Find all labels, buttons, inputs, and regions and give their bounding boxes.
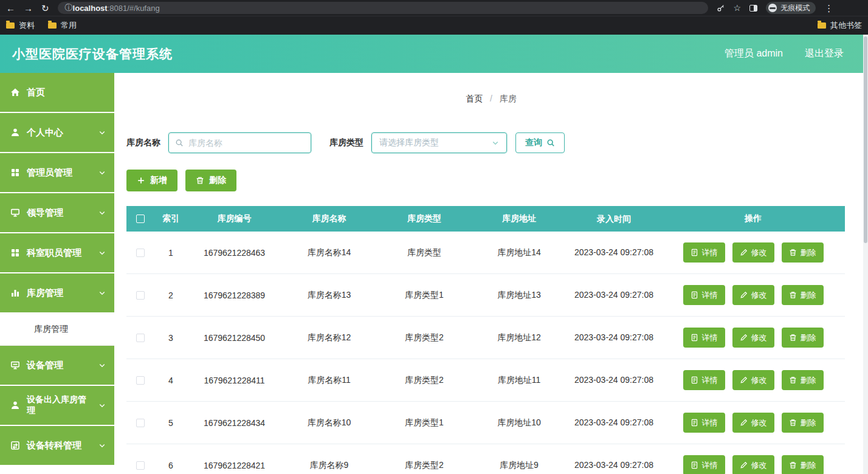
detail-button[interactable]: 详情 <box>683 242 725 263</box>
detail-button[interactable]: 详情 <box>683 455 725 474</box>
delete-row-button[interactable]: 删除 <box>782 285 824 305</box>
trash-icon <box>196 176 204 185</box>
sidebar-item-admin-mgmt[interactable]: 管理员管理 <box>0 153 114 193</box>
warehouse-name-label: 库房名称 <box>126 137 160 148</box>
monitor-icon <box>10 208 20 218</box>
grid-icon <box>10 248 20 258</box>
plus-icon <box>137 176 145 185</box>
breadcrumb-home[interactable]: 首页 <box>466 94 483 103</box>
cell-code: 1679621228450 <box>187 317 281 359</box>
page-scrollbar <box>863 35 868 474</box>
table-row: 1 1679621228463 库房名称14 库房类型 库房地址14 2023-… <box>126 232 845 274</box>
sidebar-subitem-warehouse-mgmt[interactable]: 库房管理 <box>0 314 114 346</box>
edit-button[interactable]: 修改 <box>732 285 774 305</box>
row-checkbox[interactable] <box>136 461 145 470</box>
pen-icon <box>740 249 748 256</box>
split-screen-icon[interactable] <box>749 5 757 12</box>
delete-row-button[interactable]: 删除 <box>782 370 824 390</box>
table-row: 4 1679621228411 库房名称11 库房类型2 库房地址11 2023… <box>126 359 845 402</box>
cell-type: 库房类型1 <box>377 274 472 316</box>
document-icon <box>691 461 698 469</box>
detail-button[interactable]: 详情 <box>683 370 725 390</box>
row-checkbox[interactable] <box>136 419 145 427</box>
trash-icon <box>789 419 797 427</box>
header-time: 录入时间 <box>567 206 661 232</box>
table-body: 1 1679621228463 库房名称14 库房类型 库房地址14 2023-… <box>126 232 845 474</box>
detail-button[interactable]: 详情 <box>683 285 725 305</box>
pen-icon <box>740 334 748 342</box>
row-checkbox[interactable] <box>136 249 145 257</box>
delete-row-button[interactable]: 删除 <box>782 242 824 263</box>
detail-button[interactable]: 详情 <box>683 413 725 433</box>
cell-name: 库房名称13 <box>281 274 377 316</box>
edit-button[interactable]: 修改 <box>732 242 774 263</box>
sidebar-item-warehouse-mgmt[interactable]: 库房管理 <box>0 273 114 314</box>
url-bar[interactable]: ⓘ localhost:8081/#/kufang <box>58 2 708 14</box>
document-icon <box>691 334 698 342</box>
select-all-checkbox[interactable] <box>136 215 145 223</box>
warehouse-type-select[interactable]: 请选择库房类型 <box>371 132 507 153</box>
delete-button[interactable]: 删除 <box>185 170 236 191</box>
cell-type: 库房类型 <box>377 232 472 273</box>
sidebar-item-device-inout-mgmt[interactable]: 设备出入库房管理 <box>0 386 114 426</box>
sidebar-item-home[interactable]: 首页 <box>0 73 114 113</box>
scrollbar-thumb[interactable] <box>864 36 867 243</box>
key-icon[interactable] <box>717 4 725 12</box>
sidebar-item-device-transfer-mgmt[interactable]: 设备转科管理 <box>0 426 114 466</box>
back-icon[interactable]: ← <box>6 4 15 13</box>
query-button[interactable]: 查询 <box>515 132 565 153</box>
edit-button[interactable]: 修改 <box>732 413 774 433</box>
incognito-icon <box>768 4 777 12</box>
incognito-badge: 无痕模式 <box>766 2 816 14</box>
detail-button[interactable]: 详情 <box>683 328 725 348</box>
cell-code: 1679621228463 <box>187 232 281 273</box>
delete-row-button[interactable]: 删除 <box>782 455 824 474</box>
select-placeholder: 请选择库房类型 <box>379 137 439 148</box>
warehouse-table: 索引 库房编号 库房名称 库房类型 库房地址 录入时间 操作 1 1679621… <box>126 206 845 474</box>
cell-time: 2023-03-24 09:27:08 <box>567 402 661 444</box>
warehouse-name-input[interactable] <box>188 138 305 148</box>
sidebar-item-profile[interactable]: 个人中心 <box>0 113 114 153</box>
bookmark-star-icon[interactable]: ☆ <box>734 3 742 13</box>
logout-link[interactable]: 退出登录 <box>805 47 844 60</box>
cell-name: 库房名称10 <box>281 402 377 444</box>
header-operations: 操作 <box>661 206 845 232</box>
other-bookmarks[interactable]: 其他书签 <box>818 20 862 31</box>
chevron-down-icon <box>98 442 106 449</box>
breadcrumb-separator: / <box>490 94 492 103</box>
chevron-down-icon <box>98 289 106 297</box>
add-button[interactable]: 新增 <box>126 170 177 191</box>
forward-icon[interactable]: → <box>24 4 33 13</box>
sidebar: 首页 个人中心 管理员管理 领导管理 <box>0 73 114 474</box>
device-icon <box>10 360 20 370</box>
search-icon <box>546 139 555 147</box>
table-row: 6 1679621228421 库房名称9 库房类型2 库房地址9 2023-0… <box>126 444 845 474</box>
bookmark-folder[interactable]: 常用 <box>48 20 77 31</box>
menu-dots-icon[interactable]: ⋮ <box>824 4 833 13</box>
row-checkbox[interactable] <box>136 291 145 300</box>
refresh-icon[interactable]: ↻ <box>41 4 49 13</box>
header-type: 库房类型 <box>377 206 472 232</box>
trash-icon <box>789 461 797 469</box>
warehouse-name-field <box>168 132 311 153</box>
info-icon[interactable]: ⓘ <box>65 2 73 13</box>
chevron-down-icon <box>98 362 106 369</box>
delete-row-button[interactable]: 删除 <box>782 413 824 433</box>
pen-icon <box>740 376 748 384</box>
search-icon <box>175 139 184 147</box>
sidebar-item-staff-mgmt[interactable]: 科室职员管理 <box>0 233 114 273</box>
edit-button[interactable]: 修改 <box>732 328 774 348</box>
chevron-down-icon <box>98 249 106 256</box>
edit-button[interactable]: 修改 <box>732 370 774 390</box>
delete-row-button[interactable]: 删除 <box>782 328 824 348</box>
folder-icon <box>6 22 15 29</box>
row-checkbox[interactable] <box>136 376 145 385</box>
cell-address: 库房地址11 <box>472 359 567 401</box>
edit-button[interactable]: 修改 <box>732 455 774 474</box>
cell-index: 3 <box>154 317 187 359</box>
sidebar-item-device-mgmt[interactable]: 设备管理 <box>0 346 114 386</box>
header-code: 库房编号 <box>187 206 281 232</box>
bookmark-folder[interactable]: 资料 <box>6 20 35 31</box>
row-checkbox[interactable] <box>136 334 145 342</box>
sidebar-item-leader-mgmt[interactable]: 领导管理 <box>0 193 114 233</box>
